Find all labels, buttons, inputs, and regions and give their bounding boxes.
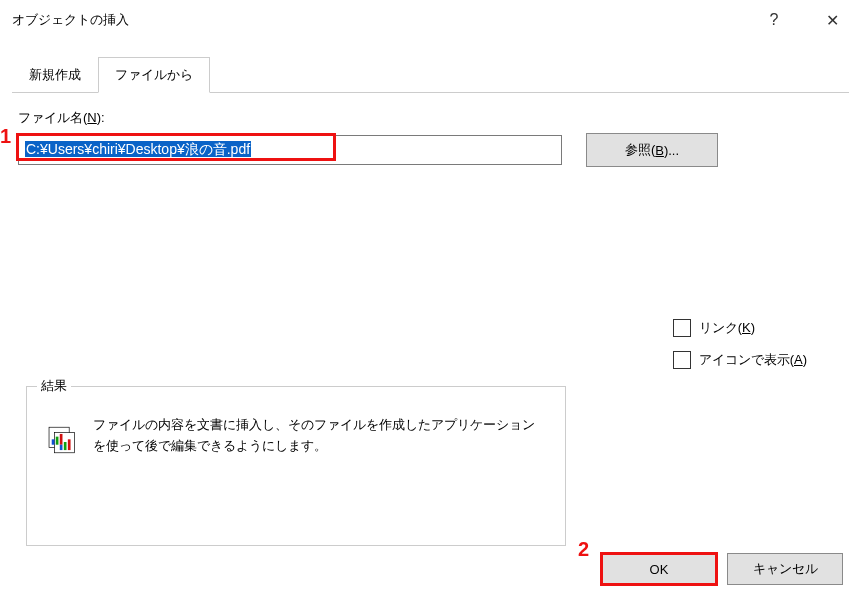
- annotation-number-1: 1: [0, 125, 11, 148]
- close-button[interactable]: ✕: [803, 0, 861, 40]
- link-checkbox[interactable]: [673, 319, 691, 337]
- tab-bar: 新規作成 ファイルから: [12, 56, 849, 93]
- filename-input[interactable]: C:¥Users¥chiri¥Desktop¥浪の音.pdf: [18, 135, 562, 165]
- result-body: ファイルの内容を文書に挿入し、そのファイルを作成したアプリケーションを使って後で…: [27, 387, 565, 493]
- svg-rect-4: [60, 434, 63, 445]
- tab-new-create[interactable]: 新規作成: [12, 57, 98, 93]
- dialog-footer: OK キャンセル: [601, 553, 843, 585]
- svg-rect-3: [56, 437, 59, 445]
- svg-rect-7: [68, 439, 71, 450]
- titlebar: オブジェクトの挿入 ? ✕: [0, 0, 861, 40]
- result-description: ファイルの内容を文書に挿入し、そのファイルを作成したアプリケーションを使って後で…: [93, 415, 547, 457]
- help-button[interactable]: ?: [745, 0, 803, 40]
- cancel-button[interactable]: キャンセル: [727, 553, 843, 585]
- svg-rect-2: [52, 439, 55, 444]
- filename-input-wrap: C:¥Users¥chiri¥Desktop¥浪の音.pdf: [18, 135, 562, 165]
- embed-object-icon: [45, 415, 79, 465]
- result-legend: 結果: [37, 377, 71, 395]
- tab-from-file[interactable]: ファイルから: [98, 57, 210, 93]
- filename-label: ファイル名(N):: [18, 109, 843, 127]
- svg-rect-5: [60, 445, 63, 450]
- asicon-checkbox-row[interactable]: アイコンで表示(A): [673, 351, 807, 369]
- result-group: 結果 ファイルの内容を文書に挿入し、そのファイルを作成したアプリケーションを使っ…: [26, 386, 566, 546]
- browse-button[interactable]: 参照(B)...: [586, 133, 718, 167]
- asicon-checkbox[interactable]: [673, 351, 691, 369]
- svg-rect-6: [64, 442, 67, 450]
- tab-panel-from-file: ファイル名(N): 1 C:¥Users¥chiri¥Desktop¥浪の音.p…: [12, 93, 849, 173]
- dialog-content: 新規作成 ファイルから ファイル名(N): 1 C:¥Users¥chiri¥D…: [12, 56, 849, 591]
- asicon-checkbox-label: アイコンで表示(A): [699, 351, 807, 369]
- ok-button[interactable]: OK: [601, 553, 717, 585]
- window-title: オブジェクトの挿入: [12, 11, 745, 29]
- checkbox-group: リンク(K) アイコンで表示(A): [673, 319, 807, 369]
- filename-row: 1 C:¥Users¥chiri¥Desktop¥浪の音.pdf 参照(B)..…: [18, 133, 843, 167]
- annotation-number-2: 2: [578, 538, 589, 561]
- link-checkbox-row[interactable]: リンク(K): [673, 319, 807, 337]
- link-checkbox-label: リンク(K): [699, 319, 755, 337]
